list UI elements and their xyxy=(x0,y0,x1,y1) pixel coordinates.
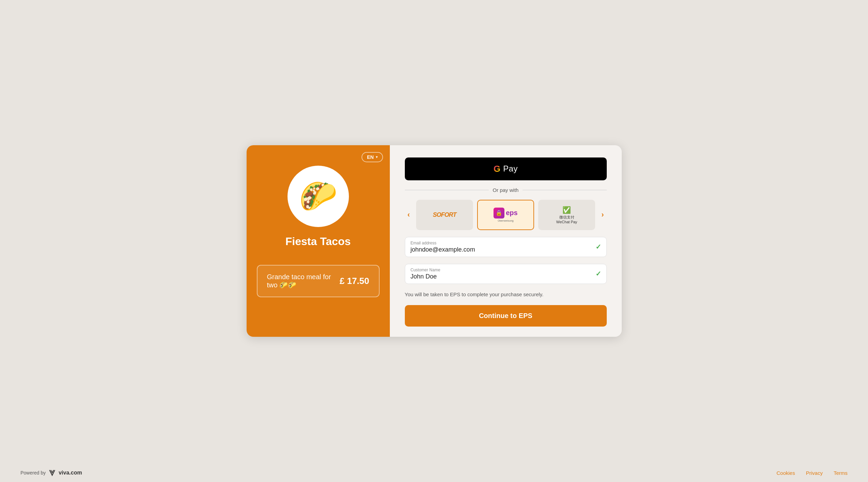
footer-links: Cookies Privacy Terms xyxy=(777,470,848,476)
gpay-label: Pay xyxy=(503,164,518,174)
wechat-icon: ✅ xyxy=(562,206,571,214)
payment-methods: ‹ SOFORT 🔒 eps Überweisung xyxy=(405,200,607,230)
order-item: Grande taco meal for two 🌮🌮 £ 17.50 xyxy=(257,265,380,297)
eps-text: eps xyxy=(506,209,517,217)
gpay-button[interactable]: G Pay xyxy=(405,157,607,180)
chevron-down-icon: ▾ xyxy=(376,155,378,159)
right-panel: G Pay Or pay with ‹ SOFORT 🔒 xyxy=(390,145,622,337)
eps-logo: 🔒 eps xyxy=(494,208,517,219)
info-text: You will be taken to EPS to complete you… xyxy=(405,291,607,299)
payment-option-sofort[interactable]: SOFORT xyxy=(416,200,473,230)
divider-line-left xyxy=(405,190,489,190)
name-label: Customer Name xyxy=(411,268,589,272)
continue-button[interactable]: Continue to EPS xyxy=(405,305,607,327)
name-check-icon: ✓ xyxy=(595,270,601,278)
cookies-link[interactable]: Cookies xyxy=(777,470,795,476)
restaurant-name: Fiesta Tacos xyxy=(285,235,351,248)
left-panel: EN ▾ 🌮 Fiesta Tacos Grande taco meal for… xyxy=(247,145,390,337)
email-field[interactable]: Email address johndoe@example.com xyxy=(405,237,607,257)
payment-options-list: SOFORT 🔒 eps Überweisung xyxy=(416,200,595,230)
language-label: EN xyxy=(367,154,373,160)
privacy-link[interactable]: Privacy xyxy=(806,470,823,476)
divider-text: Or pay with xyxy=(493,187,519,193)
wechat-logo: ✅ 微信支付WeChat Pay xyxy=(556,206,577,224)
payment-option-eps[interactable]: 🔒 eps Überweisung xyxy=(477,200,534,230)
wechat-text: 微信支付WeChat Pay xyxy=(556,215,577,224)
footer: Powered by viva.com Cookies Privacy Term… xyxy=(0,464,868,482)
prev-payment-arrow[interactable]: ‹ xyxy=(405,209,413,221)
email-check-icon: ✓ xyxy=(595,243,601,251)
terms-link[interactable]: Terms xyxy=(834,470,848,476)
email-label: Email address xyxy=(411,241,589,245)
payment-card: EN ▾ 🌮 Fiesta Tacos Grande taco meal for… xyxy=(247,145,622,337)
customer-name-field[interactable]: Customer Name John Doe xyxy=(405,264,607,284)
email-field-group: Email address johndoe@example.com ✓ xyxy=(405,237,607,257)
or-divider: Or pay with xyxy=(405,187,607,193)
name-field-group: Customer Name John Doe ✓ xyxy=(405,264,607,284)
google-g-icon: G xyxy=(494,164,500,174)
sofort-logo: SOFORT xyxy=(433,211,456,219)
name-value: John Doe xyxy=(411,273,589,280)
divider-line-right xyxy=(523,190,606,190)
order-description: Grande taco meal for two 🌮🌮 xyxy=(267,273,334,289)
powered-by: Powered by viva.com xyxy=(20,469,82,477)
next-payment-arrow[interactable]: › xyxy=(599,209,606,221)
eps-subtitle: Überweisung xyxy=(498,219,514,222)
email-value: johndoe@example.com xyxy=(411,246,589,253)
payment-option-wechat[interactable]: ✅ 微信支付WeChat Pay xyxy=(538,200,595,230)
language-selector[interactable]: EN ▾ xyxy=(362,152,383,162)
viva-brand: viva.com xyxy=(59,470,82,476)
restaurant-logo: 🌮 xyxy=(288,166,349,227)
order-price: £ 17.50 xyxy=(340,276,369,286)
eps-lock-icon: 🔒 xyxy=(494,208,504,219)
powered-by-text: Powered by xyxy=(20,470,46,476)
viva-logo-icon xyxy=(48,469,56,477)
